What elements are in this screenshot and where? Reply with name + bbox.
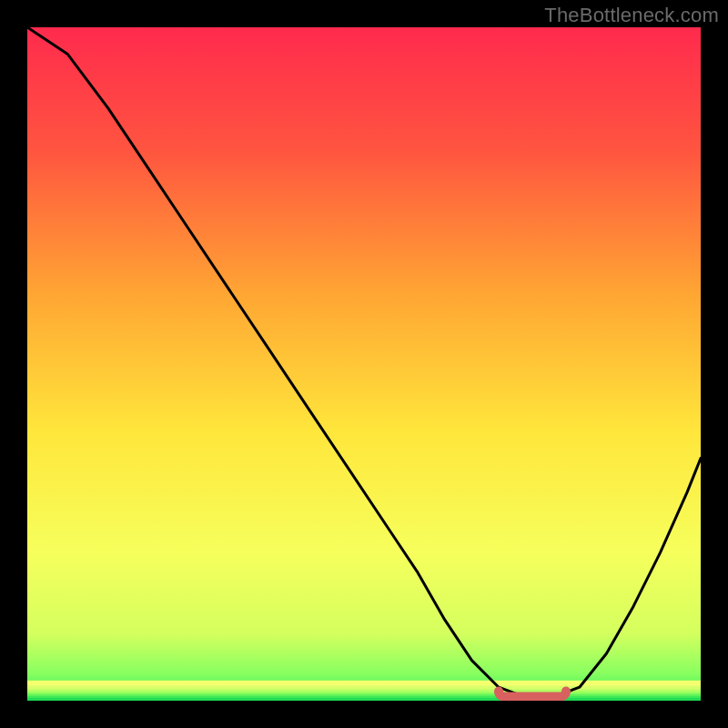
plot-area [27,27,701,701]
chart-container: TheBottleneck.com [0,0,728,728]
bottom-band [27,698,701,701]
bottleneck-chart [27,27,701,701]
gradient-bg [27,27,701,701]
watermark-text: TheBottleneck.com [544,4,719,27]
